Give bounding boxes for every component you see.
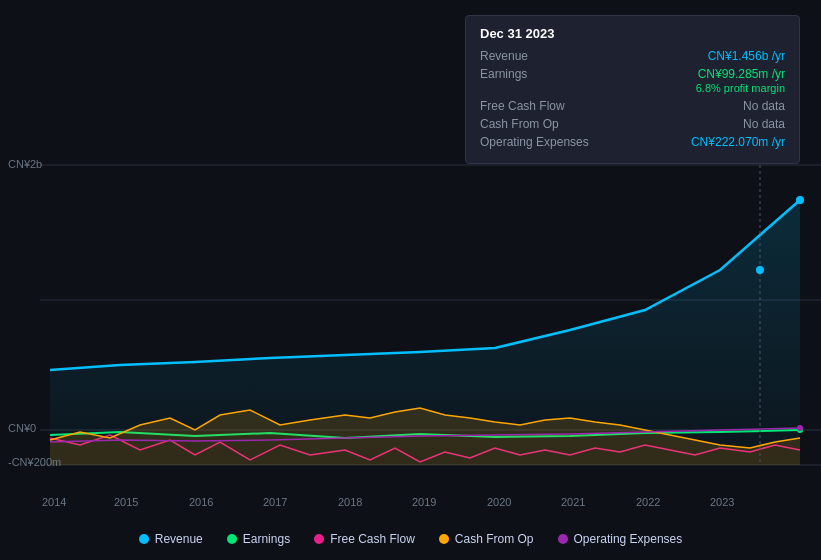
tooltip-row-earnings: Earnings CN¥99.285m /yr 6.8% profit marg… — [480, 67, 785, 95]
tooltip-row-revenue: Revenue CN¥1.456b /yr — [480, 49, 785, 63]
chart-container: CN¥2b CN¥0 -CN¥200m 2014 2015 2016 2017 … — [0, 0, 821, 560]
y-label-bottom: -CN¥200m — [8, 456, 61, 468]
tooltip-title: Dec 31 2023 — [480, 26, 785, 41]
svg-point-7 — [797, 425, 803, 431]
tooltip-label-revenue: Revenue — [480, 49, 610, 63]
tooltip-label-opex: Operating Expenses — [480, 135, 610, 149]
profit-margin: 6.8% profit margin — [696, 82, 785, 94]
legend-label-opex: Operating Expenses — [574, 532, 683, 546]
tooltip-value-earnings: CN¥99.285m /yr 6.8% profit margin — [696, 67, 785, 95]
y-label-mid: CN¥0 — [8, 422, 36, 434]
tooltip-value-opex: CN¥222.070m /yr — [691, 135, 785, 149]
tooltip-row-cfo: Cash From Op No data — [480, 117, 785, 131]
x-label-2016: 2016 — [189, 496, 213, 508]
svg-point-9 — [756, 266, 764, 274]
x-label-2018: 2018 — [338, 496, 362, 508]
svg-point-5 — [796, 196, 804, 204]
legend-label-earnings: Earnings — [243, 532, 290, 546]
x-label-2017: 2017 — [263, 496, 287, 508]
tooltip-row-opex: Operating Expenses CN¥222.070m /yr — [480, 135, 785, 149]
legend-cfo[interactable]: Cash From Op — [439, 532, 534, 546]
tooltip-label-earnings: Earnings — [480, 67, 610, 81]
legend-label-fcf: Free Cash Flow — [330, 532, 415, 546]
legend-label-revenue: Revenue — [155, 532, 203, 546]
x-label-2023: 2023 — [710, 496, 734, 508]
tooltip-value-cfo: No data — [743, 117, 785, 131]
x-label-2015: 2015 — [114, 496, 138, 508]
legend-dot-cfo — [439, 534, 449, 544]
tooltip-row-fcf: Free Cash Flow No data — [480, 99, 785, 113]
tooltip-label-cfo: Cash From Op — [480, 117, 610, 131]
legend-fcf[interactable]: Free Cash Flow — [314, 532, 415, 546]
x-label-2021: 2021 — [561, 496, 585, 508]
y-label-top: CN¥2b — [8, 158, 42, 170]
legend-dot-opex — [558, 534, 568, 544]
legend-label-cfo: Cash From Op — [455, 532, 534, 546]
legend-earnings[interactable]: Earnings — [227, 532, 290, 546]
chart-legend: Revenue Earnings Free Cash Flow Cash Fro… — [0, 532, 821, 546]
legend-opex[interactable]: Operating Expenses — [558, 532, 683, 546]
x-label-2014: 2014 — [42, 496, 66, 508]
x-label-2020: 2020 — [487, 496, 511, 508]
tooltip-value-fcf: No data — [743, 99, 785, 113]
tooltip-label-fcf: Free Cash Flow — [480, 99, 610, 113]
legend-revenue[interactable]: Revenue — [139, 532, 203, 546]
legend-dot-earnings — [227, 534, 237, 544]
x-label-2019: 2019 — [412, 496, 436, 508]
legend-dot-fcf — [314, 534, 324, 544]
legend-dot-revenue — [139, 534, 149, 544]
x-label-2022: 2022 — [636, 496, 660, 508]
tooltip-box: Dec 31 2023 Revenue CN¥1.456b /yr Earnin… — [465, 15, 800, 164]
tooltip-value-revenue: CN¥1.456b /yr — [708, 49, 785, 63]
